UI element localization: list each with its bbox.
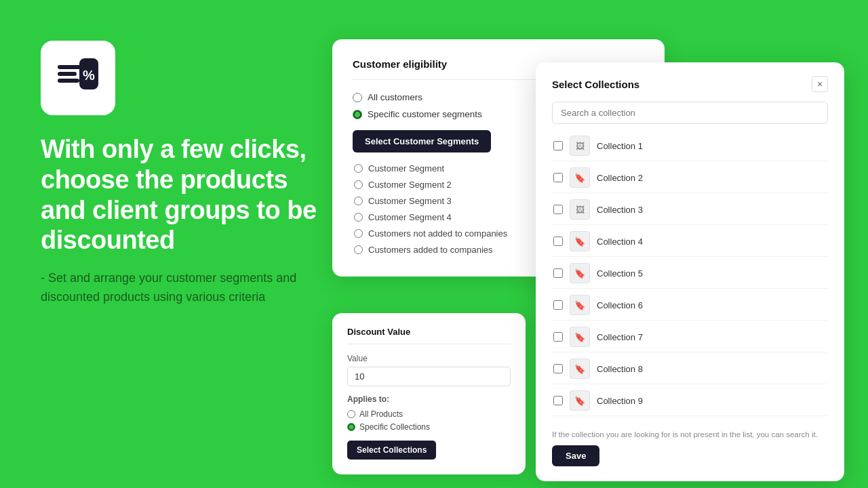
collection-row-9: 🔖 Collection 9: [552, 386, 828, 416]
left-panel: % With only a few clicks, choose the pro…: [41, 41, 326, 307]
specific-segments-label: Specific customer segments: [368, 109, 482, 119]
collection-name-3: Collection 3: [597, 205, 643, 215]
segment-label-2: Customer Segment 2: [368, 180, 452, 190]
collection-name-8: Collection 8: [597, 364, 643, 374]
logo-icon: %: [55, 52, 101, 104]
collection-checkbox-1[interactable]: [553, 141, 563, 150]
discount-card-title: Discount Value: [347, 327, 511, 344]
close-button[interactable]: ×: [812, 76, 828, 92]
collection-name-9: Collection 9: [597, 396, 643, 406]
headline: With only a few clicks, choose the produ…: [41, 134, 326, 256]
collections-title: Select Collections: [552, 79, 639, 90]
collection-checkbox-4[interactable]: [553, 237, 563, 246]
segment-label-1: Customer Segment: [368, 163, 444, 174]
segment-label-3: Customer Segment 3: [368, 196, 452, 206]
segment-label-4: Customer Segment 4: [368, 212, 452, 222]
collection-thumb-3: 🖼: [570, 199, 590, 220]
collections-footer-note: If the collection you are looking for is…: [552, 430, 828, 439]
collection-name-2: Collection 2: [597, 173, 643, 183]
radio-specific-collections[interactable]: Specific Collections: [347, 422, 511, 432]
all-products-label: All Products: [359, 409, 403, 419]
collection-checkbox-6[interactable]: [553, 300, 563, 310]
collection-thumb-4: 🔖: [570, 231, 590, 251]
select-customer-segments-button[interactable]: Select Customer Segments: [353, 130, 491, 152]
cards-area: Customer eligibility All customers Speci…: [326, 0, 868, 488]
applies-to-label: Applies to:: [347, 394, 511, 404]
segment-label-5: Customers not added to companies: [368, 228, 507, 239]
collection-checkbox-7[interactable]: [553, 332, 563, 342]
collection-row-8: 🔖 Collection 8: [552, 354, 828, 384]
collection-list: 🖼 Collection 1 🔖 Collection 2 🖼 Collecti…: [552, 131, 828, 422]
collection-checkbox-3[interactable]: [553, 205, 563, 214]
value-label: Value: [347, 354, 511, 363]
collection-name-7: Collection 7: [597, 332, 643, 342]
collection-name-6: Collection 6: [597, 300, 643, 310]
discount-card: Discount Value Value Applies to: All Pro…: [332, 313, 526, 474]
specific-collections-label: Specific Collections: [359, 422, 430, 432]
collection-row-5: 🔖 Collection 5: [552, 258, 828, 289]
collection-checkbox-8[interactable]: [553, 364, 563, 373]
collection-thumb-9: 🔖: [570, 390, 590, 411]
collection-row-1: 🖼 Collection 1: [552, 131, 828, 161]
collection-thumb-2: 🔖: [570, 167, 590, 188]
collection-thumb-6: 🔖: [570, 295, 590, 315]
collection-thumb-8: 🔖: [570, 359, 590, 379]
collections-card: Select Collections × 🖼 Collection 1 🔖 Co…: [536, 62, 844, 481]
svg-rect-2: [58, 79, 79, 83]
discount-value-input[interactable]: [347, 367, 511, 386]
svg-rect-0: [58, 65, 82, 69]
collection-row-6: 🔖 Collection 6: [552, 290, 828, 321]
collection-search-input[interactable]: [552, 102, 828, 124]
svg-rect-1: [58, 72, 77, 76]
collection-row-3: 🖼 Collection 3: [552, 195, 828, 225]
collection-row-10: 🔖 Collection 10: [552, 418, 828, 422]
subtext: - Set and arrange your customer segments…: [41, 269, 326, 307]
collection-checkbox-5[interactable]: [553, 268, 563, 278]
logo-box: %: [41, 41, 115, 115]
collection-thumb-1: 🖼: [570, 136, 590, 156]
collection-row-2: 🔖 Collection 2: [552, 163, 828, 193]
collection-row-4: 🔖 Collection 4: [552, 226, 828, 257]
collection-checkbox-9[interactable]: [553, 396, 563, 405]
collection-row-7: 🔖 Collection 7: [552, 322, 828, 352]
svg-text:%: %: [83, 68, 95, 83]
collection-thumb-5: 🔖: [570, 263, 590, 283]
collection-name-4: Collection 4: [597, 237, 643, 247]
collection-name-1: Collection 1: [597, 141, 643, 151]
save-button[interactable]: Save: [552, 445, 599, 466]
segment-label-6: Customers added to companies: [368, 245, 493, 255]
collection-thumb-7: 🔖: [570, 327, 590, 347]
select-collections-button[interactable]: Select Collections: [347, 441, 436, 460]
radio-all-products[interactable]: All Products: [347, 409, 511, 419]
collection-name-5: Collection 5: [597, 268, 643, 279]
all-customers-label: All customers: [368, 92, 422, 102]
collection-checkbox-2[interactable]: [553, 173, 563, 182]
collections-header: Select Collections ×: [552, 76, 828, 92]
